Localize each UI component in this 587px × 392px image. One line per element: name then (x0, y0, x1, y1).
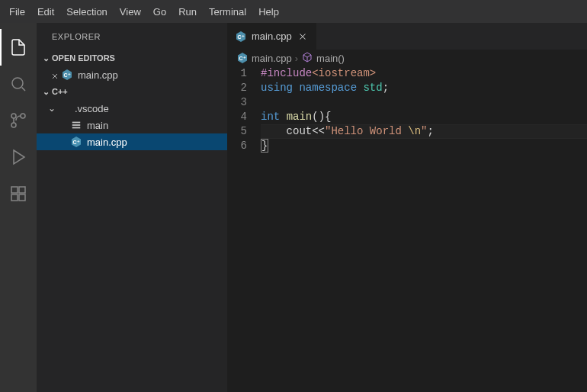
open-editor-label: main.cpp (78, 69, 118, 81)
menu-terminal[interactable]: Terminal (203, 0, 252, 23)
files-icon (9, 38, 27, 56)
code-line[interactable]: #include<iostream> (261, 66, 587, 81)
svg-text:C⁺: C⁺ (63, 72, 70, 78)
svg-point-4 (11, 114, 16, 118)
code-editor[interactable]: 123456 #include<iostream>using namespace… (227, 66, 587, 392)
svg-rect-12 (72, 124, 81, 126)
menu-run[interactable]: Run (172, 0, 203, 23)
tree-item-label: main.cpp (87, 137, 127, 148)
run-debug-activity[interactable] (0, 139, 37, 175)
workbench: EXPLORER ⌄ OPEN EDITORS C⁺main.cpp ⌄ C++… (0, 23, 587, 392)
search-icon (9, 75, 27, 93)
line-number: 5 (227, 124, 247, 139)
breadcrumb-separator: › (295, 53, 298, 64)
tree-item-label: main (87, 120, 108, 131)
extensions-icon (9, 185, 27, 203)
svg-text:C⁺: C⁺ (237, 34, 244, 40)
svg-line-1 (22, 88, 25, 91)
source-control-icon (9, 111, 27, 130)
explorer-activity[interactable] (0, 29, 37, 66)
line-number-gutter: 123456 (227, 66, 261, 392)
file-item[interactable]: main (37, 117, 227, 133)
menu-file[interactable]: File (3, 0, 31, 23)
editor-group: C⁺ main.cpp C⁺ main.cpp › main() 123456 … (227, 23, 587, 392)
close-icon (297, 31, 308, 42)
sidebar-title: EXPLORER (37, 23, 227, 50)
svg-point-3 (11, 123, 16, 127)
cpp-file-icon: C⁺ (235, 31, 247, 43)
search-activity[interactable] (0, 66, 37, 102)
menu-selection[interactable]: Selection (60, 0, 113, 23)
menubar: FileEditSelectionViewGoRunTerminalHelp (0, 0, 587, 23)
line-number: 4 (227, 110, 247, 124)
symbol-method-icon (301, 51, 313, 66)
line-number: 2 (227, 81, 247, 95)
binary-file-icon (70, 119, 82, 131)
svg-rect-8 (11, 194, 18, 201)
breadcrumb-symbol[interactable]: main() (316, 53, 345, 64)
activity-bar (0, 23, 37, 392)
source-control-activity[interactable] (0, 102, 37, 139)
cpp-file-icon: C⁺ (236, 52, 249, 64)
workspace-label: C++ (52, 87, 68, 96)
menu-help[interactable]: Help (252, 0, 285, 23)
code-line[interactable]: cout<<"Hello World \n"; (261, 124, 587, 139)
open-editor-item[interactable]: C⁺main.cpp (37, 66, 227, 83)
tab-main-cpp[interactable]: C⁺ main.cpp (227, 23, 317, 50)
menu-edit[interactable]: Edit (31, 0, 60, 23)
code-line[interactable] (261, 95, 587, 110)
line-number: 3 (227, 95, 247, 110)
svg-rect-9 (19, 194, 25, 201)
chevron-down-icon: ⌄ (40, 53, 52, 63)
workspace-header[interactable]: ⌄ C++ (37, 83, 227, 100)
code-line[interactable]: } (261, 139, 587, 153)
folder-icon (58, 102, 70, 114)
svg-point-2 (21, 114, 25, 118)
open-editors-header[interactable]: ⌄ OPEN EDITORS (37, 50, 227, 66)
chevron-down-icon: ⌄ (40, 87, 52, 97)
extensions-activity[interactable] (0, 175, 37, 212)
folder-item[interactable]: ⌄.vscode (37, 100, 227, 117)
file-item[interactable]: C⁺main.cpp (37, 133, 227, 150)
sidebar: EXPLORER ⌄ OPEN EDITORS C⁺main.cpp ⌄ C++… (37, 23, 227, 392)
tab-close-button[interactable] (297, 31, 309, 43)
svg-rect-13 (72, 127, 81, 129)
svg-point-0 (12, 78, 23, 88)
cpp-file-icon: C⁺ (61, 69, 73, 81)
code-content[interactable]: #include<iostream>using namespace std;in… (261, 66, 587, 392)
tab-label: main.cpp (252, 31, 292, 42)
tree-item-label: .vscode (75, 103, 109, 114)
svg-text:C⁺: C⁺ (72, 140, 79, 145)
chevron-down-icon: ⌄ (46, 103, 58, 114)
svg-marker-5 (14, 150, 24, 164)
menu-view[interactable]: View (114, 0, 147, 23)
cpp-file-icon: C⁺ (70, 136, 82, 148)
svg-rect-6 (11, 187, 18, 193)
debug-icon (9, 148, 27, 166)
code-line[interactable]: int main(){ (261, 110, 587, 124)
line-number: 6 (227, 139, 247, 153)
close-icon[interactable] (50, 72, 56, 78)
menu-go[interactable]: Go (147, 0, 172, 23)
svg-rect-7 (19, 187, 25, 193)
code-line[interactable]: using namespace std; (261, 81, 587, 95)
line-number: 1 (227, 66, 247, 81)
open-editors-label: OPEN EDITORS (52, 53, 115, 63)
svg-text:C⁺: C⁺ (239, 56, 245, 61)
breadcrumb-file[interactable]: main.cpp (252, 53, 292, 64)
editor-tabs: C⁺ main.cpp (227, 23, 587, 50)
svg-rect-11 (72, 122, 81, 124)
breadcrumbs[interactable]: C⁺ main.cpp › main() (227, 50, 587, 66)
